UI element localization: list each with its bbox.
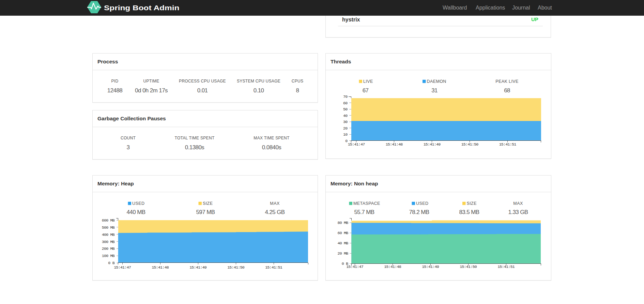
svg-text:15:41:51: 15:41:51 — [499, 142, 516, 147]
svg-text:15:41:47: 15:41:47 — [348, 142, 365, 147]
svg-text:67: 67 — [363, 87, 369, 94]
svg-text:15:41:49: 15:41:49 — [422, 264, 439, 269]
svg-text:60: 60 — [343, 101, 348, 106]
svg-text:20 MB: 20 MB — [337, 251, 348, 256]
svg-text:500 MB: 500 MB — [102, 225, 115, 230]
svg-text:MAX: MAX — [513, 201, 523, 206]
svg-text:50: 50 — [343, 107, 348, 112]
svg-text:METASPACE: METASPACE — [353, 201, 380, 206]
svg-text:80 MB: 80 MB — [337, 221, 348, 225]
svg-text:300 MB: 300 MB — [102, 240, 115, 244]
svg-text:15:41:48: 15:41:48 — [386, 142, 403, 147]
svg-text:15:41:51: 15:41:51 — [497, 264, 515, 269]
svg-text:400 MB: 400 MB — [102, 232, 115, 237]
svg-text:15:41:47: 15:41:47 — [346, 264, 363, 269]
svg-text:15:41:49: 15:41:49 — [424, 142, 441, 147]
svg-text:68: 68 — [504, 87, 510, 94]
svg-text:600 MB: 600 MB — [102, 218, 115, 223]
svg-text:10: 10 — [343, 132, 348, 137]
svg-text:LIVE: LIVE — [363, 79, 373, 84]
svg-text:83.5 MB: 83.5 MB — [459, 209, 479, 215]
svg-text:100 MB: 100 MB — [102, 254, 115, 258]
svg-text:SIZE: SIZE — [203, 201, 213, 206]
svg-text:597 MB: 597 MB — [196, 209, 215, 215]
svg-text:55.7 MB: 55.7 MB — [354, 209, 374, 215]
svg-text:40: 40 — [343, 113, 348, 118]
svg-text:PEAK LIVE: PEAK LIVE — [495, 79, 519, 84]
svg-text:440 MB: 440 MB — [127, 209, 145, 215]
svg-text:60 MB: 60 MB — [337, 231, 348, 235]
svg-text:20: 20 — [343, 126, 348, 131]
svg-text:31: 31 — [431, 87, 438, 94]
svg-text:1.33 GB: 1.33 GB — [508, 209, 528, 215]
svg-text:USED: USED — [416, 201, 428, 206]
svg-text:15:41:48: 15:41:48 — [384, 264, 401, 269]
svg-text:15:41:50: 15:41:50 — [460, 264, 477, 269]
svg-text:70: 70 — [343, 94, 348, 99]
svg-text:4.25 GB: 4.25 GB — [265, 209, 285, 215]
svg-text:200 MB: 200 MB — [102, 246, 115, 251]
svg-text:15:41:51: 15:41:51 — [265, 265, 282, 270]
svg-text:15:41:49: 15:41:49 — [189, 265, 206, 270]
svg-text:USED: USED — [132, 201, 144, 206]
svg-text:MAX: MAX — [270, 201, 280, 206]
svg-text:SIZE: SIZE — [467, 201, 477, 206]
svg-text:DAEMON: DAEMON — [427, 79, 446, 84]
svg-text:30: 30 — [343, 120, 348, 124]
svg-text:15:41:47: 15:41:47 — [114, 265, 131, 270]
svg-text:40 MB: 40 MB — [337, 241, 348, 246]
svg-text:15:41:48: 15:41:48 — [152, 265, 169, 270]
svg-text:78.2 MB: 78.2 MB — [409, 209, 429, 215]
svg-text:15:41:50: 15:41:50 — [461, 142, 478, 147]
svg-text:15:41:50: 15:41:50 — [227, 265, 244, 270]
svg-text:0: 0 — [345, 139, 348, 143]
